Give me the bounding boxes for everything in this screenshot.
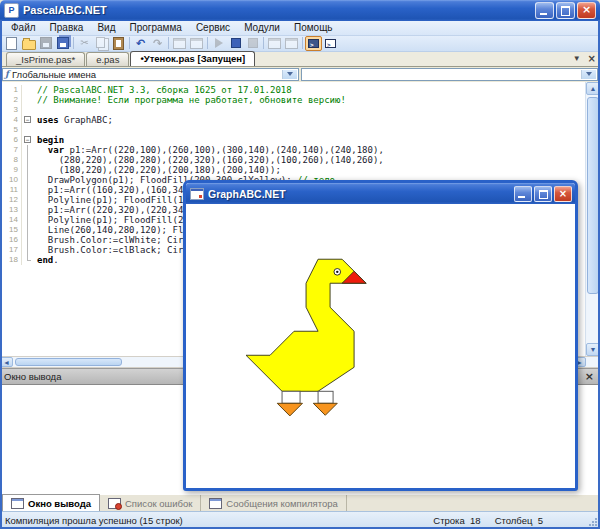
horizontal-scroll-thumb[interactable] (15, 358, 122, 366)
new-file-button[interactable] (3, 36, 20, 51)
line-number: 9 (0, 165, 22, 175)
fold-column (22, 95, 33, 105)
globals-combobox-value: Глобальные имена (12, 69, 96, 80)
open-file-button[interactable] (20, 36, 37, 51)
menu-item[interactable]: Сервис (189, 22, 237, 33)
toggle-messages-window-button[interactable]: > (322, 36, 339, 51)
stop-button[interactable] (227, 36, 244, 51)
graphabc-window[interactable]: GraphABC.NET × (183, 180, 578, 491)
code-line[interactable]: 4−uses GraphABC; (0, 115, 585, 125)
graphabc-close-button[interactable]: × (554, 186, 572, 202)
bottom-tab[interactable]: Окно вывода (2, 494, 100, 511)
chevron-down-icon[interactable] (282, 70, 297, 79)
line-number: 4 (0, 115, 22, 125)
toolbar-separator (263, 37, 264, 49)
code-line[interactable]: 8 (280,220),(280,280),(220,320),(160,320… (0, 155, 585, 165)
minimize-button[interactable] (535, 2, 554, 19)
graphabc-canvas[interactable] (186, 204, 575, 488)
copy-button[interactable] (93, 36, 110, 51)
graphabc-title-bar[interactable]: GraphABC.NET × (186, 183, 575, 204)
code-line[interactable]: 6−begin (0, 135, 585, 145)
toggle-output-window-button[interactable]: > (305, 36, 322, 51)
fold-column (22, 155, 33, 165)
line-number: 10 (0, 175, 22, 185)
menu-item[interactable]: Файл (4, 22, 43, 33)
code-line[interactable]: 1// PascalABC.NET 3.3, сборка 1625 от 17… (0, 85, 585, 95)
fold-collapse-icon[interactable]: − (22, 135, 33, 145)
editor-tab[interactable]: _IsPrime.pas* (6, 52, 85, 66)
fold-column (22, 245, 33, 255)
line-number: 17 (0, 245, 22, 255)
line-number: 13 (0, 205, 22, 215)
resize-grip[interactable] (588, 517, 598, 527)
run-button[interactable] (210, 36, 227, 51)
fold-collapse-icon[interactable]: − (22, 115, 33, 125)
save-all-button[interactable] (54, 36, 71, 51)
menu-item[interactable]: Программа (122, 22, 188, 33)
graphabc-maximize-button[interactable] (534, 186, 552, 202)
tab-list-icon[interactable]: ▼ (573, 54, 581, 64)
compile-button[interactable] (244, 36, 261, 51)
bottom-tab-label: Окно вывода (28, 498, 91, 509)
line-number: 7 (0, 145, 22, 155)
toolbar-separator (168, 37, 169, 49)
graphabc-minimize-button[interactable] (514, 186, 532, 202)
save-file-icon (40, 37, 52, 49)
bottom-tab[interactable]: Сообщения компилятора (201, 495, 347, 511)
toolbar-separator (73, 37, 74, 49)
line-number: 5 (0, 125, 22, 135)
code-text: Brush.Color:=clBlack; Circle( (33, 245, 205, 255)
code-line[interactable]: 2// Внимание! Если программа не работает… (0, 95, 585, 105)
tab-close-icon[interactable]: × (588, 54, 596, 64)
title-bar[interactable]: P PascalABC.NET × (0, 0, 600, 21)
duck-drawing (186, 204, 575, 488)
menu-item[interactable]: Вид (90, 22, 122, 33)
maximize-button[interactable] (556, 2, 575, 19)
code-line[interactable]: 3 (0, 105, 585, 115)
tool-b-button[interactable] (283, 36, 300, 51)
code-text: var p1:=Arr((220,100),(260,100),(300,140… (33, 145, 384, 155)
members-combobox[interactable] (301, 68, 598, 81)
show-code-button[interactable] (188, 36, 205, 51)
editor-tab[interactable]: e.pas (86, 52, 129, 66)
close-button[interactable]: × (577, 2, 596, 19)
tool-a-icon (268, 38, 281, 49)
bottom-tab[interactable]: Список ошибок (100, 495, 201, 511)
line-number: 15 (0, 225, 22, 235)
show-form-button[interactable] (171, 36, 188, 51)
code-line[interactable]: 5 (0, 125, 585, 135)
close-icon: × (578, 3, 595, 18)
code-text: (180,220),(220,220),(200,180),(200,140))… (33, 165, 281, 175)
code-line[interactable]: 7 var p1:=Arr((220,100),(260,100),(300,1… (0, 145, 585, 155)
minimize-icon (518, 196, 525, 198)
run-icon (215, 38, 223, 48)
menu-item[interactable]: Модули (237, 22, 287, 33)
code-text: Brush.Color:=clWhite; Circle( (33, 235, 205, 245)
undo-button[interactable]: ↶ (132, 36, 149, 51)
globals-icon: ƒ (5, 69, 9, 80)
save-file-button[interactable] (37, 36, 54, 51)
fold-column (22, 225, 33, 235)
redo-button[interactable]: ↷ (149, 36, 166, 51)
error-list-icon (108, 498, 121, 509)
code-line[interactable]: 9 (180,220),(220,220),(200,180),(200,140… (0, 165, 585, 175)
editor-tab[interactable]: •Утенок.pas [Запущен] (130, 51, 255, 66)
menu-item[interactable]: Правка (43, 22, 91, 33)
line-number: 16 (0, 235, 22, 245)
fold-column (22, 85, 33, 95)
tool-a-button[interactable] (266, 36, 283, 51)
menu-item[interactable]: Помощь (287, 22, 340, 33)
line-number: 1 (0, 85, 22, 95)
menu-bar: ФайлПравкаВидПрограммаСервисМодулиПомощь (0, 21, 600, 36)
paste-button[interactable] (110, 36, 127, 51)
cut-button[interactable]: ✂ (76, 36, 93, 51)
maximize-icon (539, 190, 548, 199)
code-text: Line(260,140,280,120); FloodF (33, 225, 205, 235)
line-number: 6 (0, 135, 22, 145)
show-code-icon (190, 38, 203, 49)
globals-combobox[interactable]: ƒ Глобальные имена (2, 68, 299, 81)
compiler-messages-icon (209, 498, 222, 509)
navigation-row: ƒ Глобальные имена (0, 67, 600, 82)
chevron-down-icon[interactable] (581, 70, 596, 79)
output-close-icon[interactable]: × (585, 371, 594, 382)
